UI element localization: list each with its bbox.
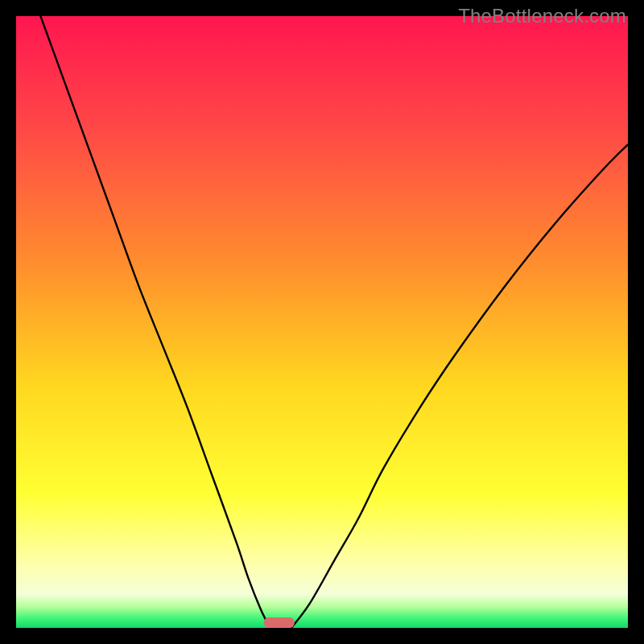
bottleneck-chart [16,16,628,628]
chart-background [16,16,628,628]
optimal-marker [264,617,295,628]
watermark-text: TheBottleneck.com [458,5,626,27]
chart-svg [16,16,628,628]
chart-frame: TheBottleneck.com [0,0,644,644]
